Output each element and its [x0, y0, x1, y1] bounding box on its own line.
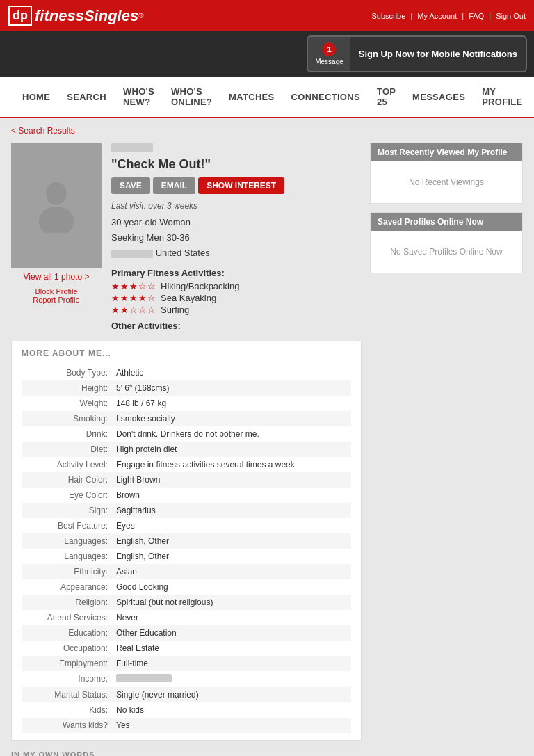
detail-label: Best Feature:: [22, 518, 112, 533]
message-count: 1: [322, 42, 336, 56]
detail-label: Attend Services:: [22, 610, 112, 625]
detail-label: Hair Color:: [22, 472, 112, 488]
profile-top: View all 1 photo > Block Profile Report …: [11, 143, 362, 334]
table-row: Best Feature:Eyes: [22, 518, 351, 533]
table-row: Languages:English, Other: [22, 533, 351, 549]
detail-label: Sign:: [22, 503, 112, 518]
detail-value: Spiritual (but not religious): [112, 595, 351, 610]
detail-label: Smoking:: [22, 411, 112, 426]
detail-label: Marital Status:: [22, 687, 112, 702]
faq-link[interactable]: FAQ: [469, 12, 484, 20]
location-blurred: [111, 250, 153, 258]
table-row: Activity Level:Engage in fitness activit…: [22, 457, 351, 472]
table-row: Employment:Full-time: [22, 656, 351, 671]
detail-value: Asian: [112, 564, 351, 579]
message-label: Message: [315, 58, 343, 65]
profile-photo: [11, 143, 102, 268]
detail-label: Languages:: [22, 549, 112, 564]
nav-matches[interactable]: MATCHES: [220, 82, 282, 112]
content-area: View all 1 photo > Block Profile Report …: [11, 143, 523, 756]
back-link[interactable]: < Search Results: [11, 126, 75, 136]
table-row: Attend Services:Never: [22, 610, 351, 625]
nav-connections[interactable]: CONNECTIONS: [283, 82, 369, 112]
table-row: Languages:English, Other: [22, 549, 351, 564]
nav-home[interactable]: HOME: [14, 82, 58, 112]
detail-label: Occupation:: [22, 641, 112, 656]
table-row: Sign:Sagittarius: [22, 503, 351, 518]
right-column: Most Recently Viewed My Profile No Recen…: [370, 143, 523, 756]
detail-label: Languages:: [22, 533, 112, 549]
table-row: Body Type:Athletic: [22, 365, 351, 380]
table-row: Education:Other Education: [22, 625, 351, 641]
profile-table-body: Body Type:AthleticHeight:5' 6" (168cms)W…: [22, 365, 351, 733]
detail-label: Eye Color:: [22, 488, 112, 503]
detail-value: Yes: [112, 718, 351, 733]
last-visit: Last visit: over 3 weeks: [111, 201, 362, 211]
table-row: Religion:Spiritual (but not religious): [22, 595, 351, 610]
header: dp fitnessSingles ® Subscribe | My Accou…: [0, 0, 534, 31]
detail-value: No kids: [112, 702, 351, 718]
email-button[interactable]: EMAIL: [153, 177, 195, 194]
detail-label: Income:: [22, 671, 112, 687]
table-row: Weight:148 lb / 67 kg: [22, 396, 351, 411]
saved-profiles-box: Saved Profiles Online Now No Saved Profi…: [370, 212, 523, 273]
detail-value: Sagittarius: [112, 503, 351, 518]
mobile-banner: 1 Message Sign Up Now for Mobile Notific…: [0, 31, 534, 77]
detail-value: Good Looking: [112, 579, 351, 595]
saved-profiles-body: No Saved Profiles Online Now: [371, 231, 522, 273]
detail-value: High protein diet: [112, 442, 351, 457]
table-row: Ethnicity:Asian: [22, 564, 351, 579]
detail-label: Kids:: [22, 702, 112, 718]
save-button[interactable]: SAVE: [111, 177, 150, 194]
recently-viewed-header: Most Recently Viewed My Profile: [371, 143, 522, 161]
fitness-section: Primary Fitness Activities: ★★★☆☆ Hiking…: [111, 268, 362, 315]
nav-whos-online[interactable]: WHO'S ONLINE?: [163, 77, 220, 117]
my-account-link[interactable]: My Account: [417, 12, 457, 20]
saved-profiles-header: Saved Profiles Online Now: [371, 213, 522, 231]
nav: HOME SEARCH WHO'S NEW? WHO'S ONLINE? MAT…: [0, 77, 534, 118]
block-profile-link[interactable]: Block Profile: [11, 287, 102, 296]
profile-photo-area: View all 1 photo > Block Profile Report …: [11, 143, 102, 334]
show-interest-button[interactable]: SHOW INTEREST: [198, 177, 284, 194]
detail-value: Engage in fitness activities several tim…: [112, 457, 351, 472]
detail-label: Height:: [22, 380, 112, 396]
svg-point-0: [46, 182, 66, 205]
about-section: MORE ABOUT ME... Body Type:AthleticHeigh…: [11, 341, 362, 741]
about-title: MORE ABOUT ME...: [22, 348, 351, 358]
activity-name-3: Surfing: [161, 305, 189, 315]
detail-value: Other Education: [112, 625, 351, 641]
signup-text: Sign Up Now for Mobile Notifications: [350, 43, 526, 65]
detail-value: Don't drink. Drinkers do not bother me.: [112, 426, 351, 442]
detail-label: Employment:: [22, 656, 112, 671]
nav-search[interactable]: SEARCH: [58, 82, 115, 112]
nav-top25[interactable]: TOP 25: [369, 77, 404, 117]
username-blurred: [111, 143, 153, 152]
detail-value: Full-time: [112, 656, 351, 671]
nav-my-profile[interactable]: MY PROFILE: [474, 77, 531, 117]
recently-viewed-box: Most Recently Viewed My Profile No Recen…: [370, 143, 523, 204]
top-links: Subscribe | My Account | FAQ | Sign Out: [371, 12, 526, 20]
nav-messages[interactable]: MESSAGES: [404, 82, 474, 112]
own-words-title: IN MY OWN WORDS...: [11, 750, 362, 756]
activity-row-1: ★★★☆☆ Hiking/Backpacking: [111, 281, 362, 291]
report-profile-link[interactable]: Report Profile: [11, 296, 102, 304]
left-column: View all 1 photo > Block Profile Report …: [11, 143, 362, 756]
mobile-notification[interactable]: 1 Message Sign Up Now for Mobile Notific…: [307, 35, 527, 72]
logo-dp: dp: [8, 6, 32, 26]
logo-area: dp fitnessSingles ®: [8, 6, 144, 26]
sign-out-link[interactable]: Sign Out: [496, 12, 526, 20]
fitness-title: Primary Fitness Activities:: [111, 268, 362, 278]
activity-name-2: Sea Kayaking: [161, 293, 216, 303]
logo-text: fitnessSingles: [35, 7, 138, 25]
detail-value: Light Brown: [112, 472, 351, 488]
detail-label: Religion:: [22, 595, 112, 610]
view-photos-link[interactable]: View all 1 photo >: [11, 272, 102, 282]
table-row: Kids:No kids: [22, 702, 351, 718]
table-row: Occupation:Real Estate: [22, 641, 351, 656]
table-row: Height:5' 6" (168cms): [22, 380, 351, 396]
nav-whos-new[interactable]: WHO'S NEW?: [115, 77, 163, 117]
detail-value: Athletic: [112, 365, 351, 380]
detail-label: Education:: [22, 625, 112, 641]
detail-label: Ethnicity:: [22, 564, 112, 579]
subscribe-link[interactable]: Subscribe: [371, 12, 405, 20]
